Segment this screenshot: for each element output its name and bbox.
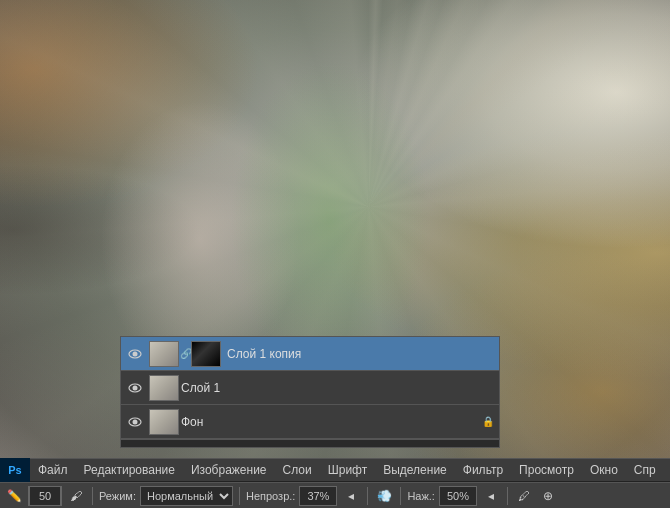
flow-label: Наж.: — [407, 490, 435, 502]
layer-thumbnail — [149, 375, 179, 401]
layers-scrollbar[interactable] — [121, 439, 499, 447]
opacity-slider-icon[interactable]: ◂ — [341, 486, 361, 506]
layer-row[interactable]: 🔗 Слой 1 копия — [121, 337, 499, 371]
layer-row[interactable]: Фон 🔒 — [121, 405, 499, 439]
menu-help[interactable]: Спр — [626, 459, 664, 481]
brush-options-icon[interactable]: 🖌 — [66, 486, 86, 506]
layer-row[interactable]: Слой 1 — [121, 371, 499, 405]
tool-size-input[interactable] — [29, 486, 61, 506]
menu-file[interactable]: Файл — [30, 459, 76, 481]
menu-layers[interactable]: Слои — [275, 459, 320, 481]
toolbar-divider — [507, 487, 508, 505]
boy-area — [230, 60, 430, 380]
svg-point-1 — [133, 351, 138, 356]
toolbar-divider — [400, 487, 401, 505]
stylus-icon[interactable]: 🖊 — [514, 486, 534, 506]
menu-window[interactable]: Окно — [582, 459, 626, 481]
extra-icon[interactable]: ⊕ — [538, 486, 558, 506]
layer-visibility-toggle[interactable] — [125, 378, 145, 398]
menu-bar: Ps Файл Редактирование Изображение Слои … — [0, 458, 670, 482]
ps-logo: Ps — [0, 458, 30, 482]
layer-thumbnail — [149, 409, 179, 435]
menu-select[interactable]: Выделение — [375, 459, 455, 481]
menu-edit[interactable]: Редактирование — [76, 459, 183, 481]
chain-icon: 🔗 — [181, 344, 191, 364]
menu-view[interactable]: Просмотр — [511, 459, 582, 481]
brush-tool-icon[interactable]: ✏️ — [4, 486, 24, 506]
layer-visibility-toggle[interactable] — [125, 344, 145, 364]
airbrush-icon[interactable]: 💨 — [374, 486, 394, 506]
flow-input[interactable] — [439, 486, 477, 506]
svg-point-5 — [133, 419, 138, 424]
tool-size-box[interactable] — [28, 486, 62, 506]
layer-name: Слой 1 копия — [227, 347, 495, 361]
opacity-label: Непрозр.: — [246, 490, 295, 502]
svg-point-3 — [133, 385, 138, 390]
lock-icon: 🔒 — [481, 415, 495, 429]
toolbar-divider — [367, 487, 368, 505]
layer-name: Слой 1 — [181, 381, 495, 395]
layer-thumbnail — [149, 341, 179, 367]
layers-panel: 🔗 Слой 1 копия Слой 1 Фон 🔒 — [120, 336, 500, 448]
toolbar: ✏️ 🖌 Режим: Нормальный Непрозр.: ◂ 💨 Наж… — [0, 482, 670, 508]
layer-visibility-toggle[interactable] — [125, 412, 145, 432]
menu-image[interactable]: Изображение — [183, 459, 275, 481]
flow-slider-icon[interactable]: ◂ — [481, 486, 501, 506]
mode-label: Режим: — [99, 490, 136, 502]
layer-mask-thumbnail — [191, 341, 221, 367]
opacity-input[interactable] — [299, 486, 337, 506]
toolbar-divider — [92, 487, 93, 505]
mode-select[interactable]: Нормальный — [140, 486, 233, 506]
menu-type[interactable]: Шрифт — [320, 459, 375, 481]
menu-filter[interactable]: Фильтр — [455, 459, 511, 481]
toolbar-divider — [239, 487, 240, 505]
layer-name: Фон — [181, 415, 481, 429]
